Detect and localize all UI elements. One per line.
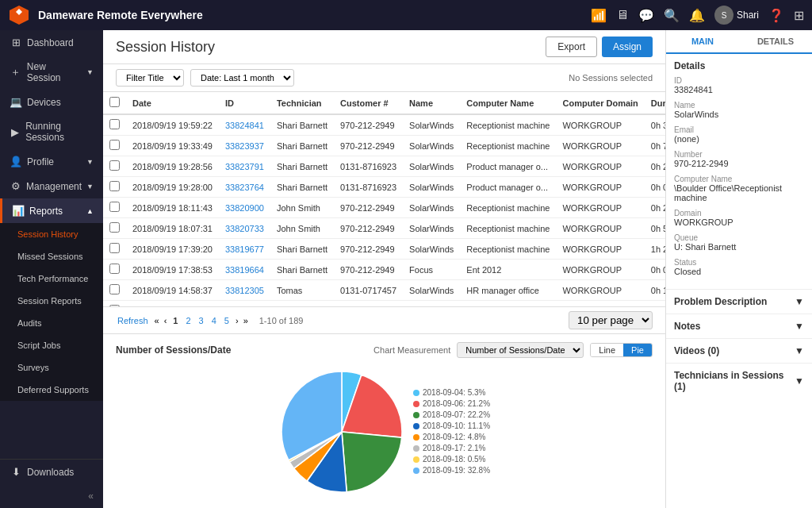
session-table: Date ID Technician Customer # Name Compu… bbox=[103, 92, 665, 306]
sidebar-item-session-reports[interactable]: Session Reports bbox=[0, 290, 103, 312]
row-checkbox[interactable] bbox=[109, 264, 120, 274]
help-icon[interactable]: ❓ bbox=[768, 8, 784, 23]
row-name: Focus bbox=[403, 260, 460, 280]
grid-icon[interactable]: ⊞ bbox=[794, 8, 804, 23]
sidebar-item-profile[interactable]: 👤 Profile ▼ bbox=[0, 149, 103, 174]
accordion-problem-header[interactable]: Problem Description ▼ bbox=[666, 290, 812, 314]
page-2[interactable]: 2 bbox=[184, 316, 192, 325]
row-id: 33820900 bbox=[219, 198, 270, 218]
sidebar-item-running-sessions[interactable]: ▶ Running Sessions bbox=[0, 114, 103, 149]
row-duration: 0h 7m 16s bbox=[645, 136, 665, 156]
queue-label: Queue bbox=[674, 233, 804, 242]
sidebar-item-devices[interactable]: 💻 Devices bbox=[0, 90, 103, 114]
sidebar-item-new-session[interactable]: ＋ New Session ▼ bbox=[0, 55, 103, 90]
page-next-icon[interactable]: › bbox=[236, 316, 239, 325]
table-row[interactable]: 2018/09/19 14:58:37 33812304 Tomas 0131-… bbox=[103, 301, 665, 307]
refresh-link[interactable]: Refresh bbox=[116, 316, 150, 325]
table-row[interactable]: 2018/09/19 19:28:56 33823791 Shari Barne… bbox=[103, 156, 665, 177]
row-computer: Product manager o... bbox=[460, 177, 556, 198]
reports-icon: 📊 bbox=[12, 205, 25, 217]
sidebar-item-downloads[interactable]: ⬇ Downloads bbox=[0, 460, 103, 484]
sidebar-item-reports[interactable]: 📊 Reports ▲ bbox=[0, 198, 103, 223]
page-1[interactable]: 1 bbox=[171, 316, 179, 325]
accordion-technicians-header[interactable]: Technicians in Sessions (1) ▼ bbox=[666, 364, 812, 398]
page-prev-icon[interactable]: ‹ bbox=[164, 316, 167, 325]
row-name: SolarWinds bbox=[403, 114, 460, 136]
row-checkbox[interactable] bbox=[109, 160, 120, 171]
row-checkbox[interactable] bbox=[109, 243, 120, 253]
row-computer: Receptionist machine bbox=[460, 239, 556, 260]
row-checkbox[interactable] bbox=[109, 140, 120, 150]
row-computer: Receptionist machine bbox=[460, 198, 556, 218]
page-4[interactable]: 4 bbox=[210, 316, 218, 325]
detail-domain: Domain WORKGROUP bbox=[674, 209, 804, 227]
status-value: Closed bbox=[674, 267, 804, 276]
chart-pie-button[interactable]: Pie bbox=[623, 344, 652, 356]
chat-icon[interactable]: 💬 bbox=[638, 8, 654, 23]
page-first-icon[interactable]: « bbox=[155, 316, 159, 325]
table-row[interactable]: 2018/09/19 18:07:31 33820733 John Smith … bbox=[103, 218, 665, 239]
sidebar-item-script-jobs[interactable]: Script Jobs bbox=[0, 334, 103, 356]
chart-line-button[interactable]: Line bbox=[591, 344, 623, 356]
row-customer: 0131-0717457 bbox=[334, 280, 403, 301]
sidebar-collapse-button[interactable]: « bbox=[0, 484, 103, 508]
row-date: 2018/09/19 19:28:00 bbox=[126, 177, 219, 198]
tab-details[interactable]: DETAILS bbox=[739, 30, 812, 52]
sidebar-label-dashboard: Dashboard bbox=[27, 37, 74, 48]
export-button[interactable]: Export bbox=[546, 37, 597, 57]
row-name: SolarWinds bbox=[403, 198, 460, 218]
sidebar-item-session-history[interactable]: Session History bbox=[0, 223, 103, 245]
search-icon[interactable]: 🔍 bbox=[664, 8, 680, 23]
status-label: Status bbox=[674, 258, 804, 267]
row-date: 2018/09/19 19:33:49 bbox=[126, 136, 219, 156]
col-name: Name bbox=[403, 92, 460, 114]
table-row[interactable]: 2018/09/19 17:38:53 33819664 Shari Barne… bbox=[103, 260, 665, 280]
row-checkbox[interactable] bbox=[109, 181, 120, 191]
table-row[interactable]: 2018/09/19 19:59:22 33824841 Shari Barne… bbox=[103, 114, 665, 136]
page-last-icon[interactable]: » bbox=[243, 316, 248, 325]
page-3[interactable]: 3 bbox=[197, 316, 205, 325]
user-menu[interactable]: S Shari bbox=[714, 6, 759, 25]
videos-label: Videos (0) bbox=[674, 345, 719, 356]
sidebar-item-surveys[interactable]: Surveys bbox=[0, 356, 103, 379]
chart-measurement-select[interactable]: Number of Sessions/Date bbox=[457, 342, 584, 358]
sidebar-item-audits[interactable]: Audits bbox=[0, 312, 103, 334]
filter-date-select[interactable]: Date: Last 1 month bbox=[190, 69, 294, 87]
dashboard-icon: ⊞ bbox=[10, 37, 22, 48]
sidebar-item-management[interactable]: ⚙ Management ▼ bbox=[0, 174, 103, 198]
row-computer: Receptionist machine bbox=[460, 114, 556, 136]
filter-title-select[interactable]: Filter Title bbox=[116, 69, 184, 87]
row-customer: 970-212-2949 bbox=[334, 260, 403, 280]
accordion-notes-header[interactable]: Notes ▼ bbox=[666, 314, 812, 338]
row-customer: 970-212-2949 bbox=[334, 239, 403, 260]
monitor-icon[interactable]: 🖥 bbox=[616, 8, 629, 22]
number-value: 970-212-2949 bbox=[674, 159, 804, 168]
row-tech: Shari Barnett bbox=[270, 239, 334, 260]
row-checkbox[interactable] bbox=[109, 284, 120, 294]
sidebar-item-deferred-supports[interactable]: Deferred Supports bbox=[0, 379, 103, 401]
table-row[interactable]: 2018/09/19 14:58:37 33812305 Tomas 0131-… bbox=[103, 280, 665, 301]
bell-icon[interactable]: 🔔 bbox=[689, 8, 705, 23]
sidebar-item-missed-sessions[interactable]: Missed Sessions bbox=[0, 245, 103, 267]
row-domain: WORKGROUP bbox=[556, 177, 644, 198]
table-row[interactable]: 2018/09/19 19:33:49 33823937 Shari Barne… bbox=[103, 136, 665, 156]
col-computer-name: Computer Name bbox=[460, 92, 556, 114]
row-checkbox[interactable] bbox=[109, 222, 120, 233]
row-checkbox[interactable] bbox=[109, 119, 120, 129]
sidebar-label-devices: Devices bbox=[27, 97, 61, 108]
wifi-icon[interactable]: 📶 bbox=[591, 8, 607, 23]
table-row[interactable]: 2018/09/19 19:28:00 33823764 Shari Barne… bbox=[103, 177, 665, 198]
sidebar-item-dashboard[interactable]: ⊞ Dashboard bbox=[0, 30, 103, 55]
table-row[interactable]: 2018/09/19 18:11:43 33820900 John Smith … bbox=[103, 198, 665, 218]
tab-main[interactable]: MAIN bbox=[666, 30, 739, 54]
assign-button[interactable]: Assign bbox=[602, 37, 653, 57]
row-checkbox[interactable] bbox=[109, 202, 120, 212]
select-all-checkbox[interactable] bbox=[109, 97, 120, 107]
table-row[interactable]: 2018/09/19 17:39:20 33819677 Shari Barne… bbox=[103, 239, 665, 260]
avatar: S bbox=[714, 6, 733, 25]
per-page-select[interactable]: 10 per page bbox=[569, 311, 653, 329]
accordion-videos-header[interactable]: Videos (0) ▼ bbox=[666, 339, 812, 363]
sidebar-item-tech-performance[interactable]: Tech Performance bbox=[0, 267, 103, 290]
details-section: Details ID 33824841 Name SolarWinds Emai… bbox=[666, 54, 812, 289]
page-5[interactable]: 5 bbox=[223, 316, 231, 325]
